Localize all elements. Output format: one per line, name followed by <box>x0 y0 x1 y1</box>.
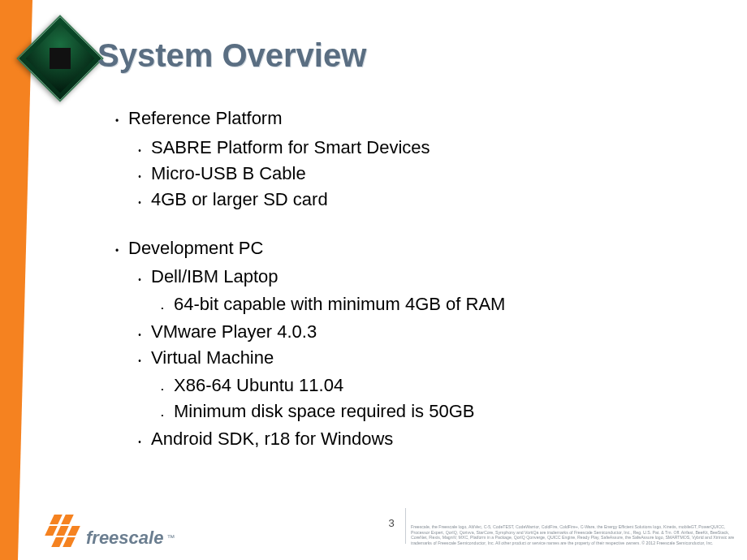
legal-text: Freescale, the Freescale logo, AltiVec, … <box>411 524 736 545</box>
list-item: 4GB or larger SD card <box>128 187 715 213</box>
bullet-list-lvl1: Reference Platform SABRE Platform for Sm… <box>106 106 715 452</box>
bullet-text: Virtual Machine <box>151 345 274 371</box>
bullet-list-lvl2: SABRE Platform for Smart Devices Micro-U… <box>128 135 715 213</box>
slide-title: System Overview <box>97 37 366 74</box>
list-item: SABRE Platform for Smart Devices <box>128 135 715 161</box>
list-item: 64-bit capable with minimum 4GB of RAM <box>151 291 715 317</box>
bullet-text: Android SDK, r18 for Windows <box>151 426 393 452</box>
bullet-text: Minimum disk space required is 50GB <box>174 398 474 424</box>
bullet-list-lvl2: Dell/IBM Laptop 64-bit capable with mini… <box>128 264 715 451</box>
bullet-list-lvl3: 64-bit capable with minimum 4GB of RAM <box>151 291 715 317</box>
bullet-text: Micro-USB B Cable <box>151 161 306 187</box>
bullet-text: 64-bit capable with minimum 4GB of RAM <box>174 291 505 317</box>
list-item: X86-64 Ubuntu 11.04 <box>151 373 715 398</box>
legal-separator <box>405 508 406 544</box>
trademark-symbol: ™ <box>166 533 175 542</box>
brand-name: freescale <box>86 528 163 549</box>
side-accent-bar <box>0 0 18 560</box>
bullet-text: Dell/IBM Laptop <box>151 264 279 290</box>
list-item: Virtual Machine X86-64 Ubuntu 11.04 Mini… <box>128 345 715 424</box>
list-item: Minimum disk space required is 50GB <box>151 398 715 424</box>
list-item: Micro-USB B Cable <box>128 161 715 187</box>
bullet-text: 4GB or larger SD card <box>151 187 328 213</box>
list-item: Development PC Dell/IBM Laptop 64-bit ca… <box>106 235 715 452</box>
list-item: Android SDK, r18 for Windows <box>128 426 715 452</box>
bullet-text: SABRE Platform for Smart Devices <box>151 135 430 161</box>
side-accent-wedge <box>18 0 32 560</box>
list-item: Reference Platform SABRE Platform for Sm… <box>106 106 715 213</box>
list-item: Dell/IBM Laptop 64-bit capable with mini… <box>128 264 715 317</box>
bullet-list-lvl3: X86-64 Ubuntu 11.04 Minimum disk space r… <box>151 373 715 424</box>
slide-footer: freescale ™ 3 Freescale, the Freescale l… <box>47 492 736 549</box>
list-item: VMware Player 4.0.3 <box>128 319 715 345</box>
bullet-text: Development PC <box>128 235 263 261</box>
bullet-text: X86-64 Ubuntu 11.04 <box>174 373 343 398</box>
bullet-text: Reference Platform <box>128 106 283 131</box>
slide-body: Reference Platform SABRE Platform for Sm… <box>106 106 715 475</box>
bullet-text: VMware Player 4.0.3 <box>151 319 317 345</box>
